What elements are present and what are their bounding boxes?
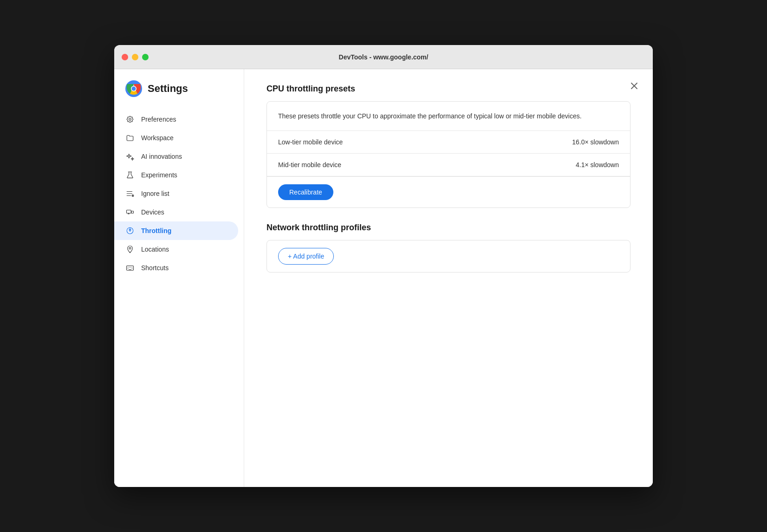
cpu-throttling-card: These presets throttle your CPU to appro… <box>266 101 630 208</box>
cpu-section-title: CPU throttling presets <box>266 84 630 94</box>
devices-icon <box>125 208 135 217</box>
sidebar-item-throttling[interactable]: Throttling <box>114 221 238 240</box>
low-tier-label: Low-tier mobile device <box>278 138 343 146</box>
titlebar: DevTools - www.google.com/ <box>114 45 653 69</box>
sidebar-item-shortcuts[interactable]: Shortcuts <box>114 259 244 277</box>
low-tier-value: 16.0× slowdown <box>572 138 619 146</box>
mid-tier-value: 4.1× slowdown <box>576 161 619 169</box>
ignore-list-label: Ignore list <box>141 190 169 197</box>
sidebar-item-ignore-list[interactable]: Ignore list <box>114 184 244 203</box>
traffic-lights <box>122 54 149 60</box>
recalibrate-button[interactable]: Recalibrate <box>278 184 333 200</box>
main-content: CPU throttling presets These presets thr… <box>244 69 653 487</box>
close-settings-button[interactable] <box>627 78 642 93</box>
settings-header: Settings <box>114 80 244 110</box>
network-section-title: Network throttling profiles <box>266 223 630 233</box>
devtools-window: DevTools - www.google.com/ Sett <box>114 45 653 487</box>
table-row: Low-tier mobile device 16.0× slowdown <box>267 131 630 154</box>
cpu-description: These presets throttle your CPU to appro… <box>267 102 630 131</box>
shortcuts-label: Shortcuts <box>141 264 169 272</box>
mid-tier-label: Mid-tier mobile device <box>278 161 341 169</box>
chrome-logo-icon <box>125 80 142 97</box>
workspace-label: Workspace <box>141 134 174 142</box>
recalibrate-row: Recalibrate <box>267 176 630 208</box>
add-profile-button[interactable]: + Add profile <box>278 248 334 265</box>
svg-line-9 <box>132 195 133 196</box>
content-area: Settings Preferences Workspace AI inn <box>114 69 653 487</box>
sidebar-item-locations[interactable]: Locations <box>114 240 244 259</box>
svg-point-14 <box>130 230 131 232</box>
table-row: Mid-tier mobile device 4.1× slowdown <box>267 154 630 176</box>
flask-icon <box>125 170 135 180</box>
ignore-icon <box>125 189 135 198</box>
sidebar: Settings Preferences Workspace AI inn <box>114 69 244 487</box>
preferences-label: Preferences <box>141 116 176 123</box>
location-icon <box>125 245 135 254</box>
throttling-label: Throttling <box>141 227 171 234</box>
locations-label: Locations <box>141 246 169 253</box>
experiments-label: Experiments <box>141 171 177 179</box>
sidebar-item-ai-innovations[interactable]: AI innovations <box>114 147 244 166</box>
settings-heading: Settings <box>148 83 188 95</box>
devices-label: Devices <box>141 208 164 216</box>
gear-icon <box>125 115 135 124</box>
window-title: DevTools - www.google.com/ <box>339 53 429 61</box>
svg-rect-10 <box>127 210 131 214</box>
sidebar-item-preferences[interactable]: Preferences <box>114 110 244 129</box>
maximize-button[interactable] <box>142 54 149 60</box>
network-throttling-card: + Add profile <box>266 240 630 272</box>
svg-rect-11 <box>131 211 134 214</box>
ai-innovations-label: AI innovations <box>141 153 182 160</box>
keyboard-icon <box>125 263 135 272</box>
sidebar-item-experiments[interactable]: Experiments <box>114 166 244 184</box>
throttling-icon <box>125 226 135 235</box>
minimize-button[interactable] <box>132 54 138 60</box>
sidebar-item-workspace[interactable]: Workspace <box>114 129 244 147</box>
close-button[interactable] <box>122 54 128 60</box>
sparkle-icon <box>125 152 135 161</box>
svg-point-4 <box>132 87 136 91</box>
sidebar-item-devices[interactable]: Devices <box>114 203 244 221</box>
folder-icon <box>125 133 135 143</box>
